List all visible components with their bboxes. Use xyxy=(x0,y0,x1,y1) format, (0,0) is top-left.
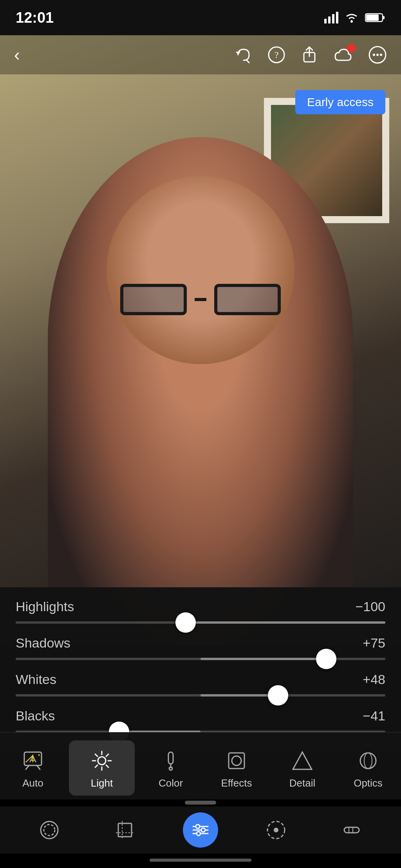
battery-icon xyxy=(365,12,385,23)
optics-label: Optics xyxy=(354,777,383,789)
glass-lens-right xyxy=(214,284,281,315)
shadows-fill xyxy=(200,658,326,660)
panel-drag-handle[interactable] xyxy=(185,801,216,805)
svg-rect-3 xyxy=(336,12,338,23)
svg-marker-8 xyxy=(236,52,240,55)
svg-rect-1 xyxy=(328,16,331,23)
top-toolbar: ‹ ? xyxy=(0,35,401,74)
detail-label: Detail xyxy=(289,777,315,789)
svg-rect-2 xyxy=(332,14,334,23)
photo-glasses xyxy=(118,282,283,317)
highlights-slider-row: Highlights −100 xyxy=(16,599,385,624)
effects-label: Effects xyxy=(221,777,252,789)
svg-point-36 xyxy=(360,753,376,769)
highlights-value: −100 xyxy=(355,599,385,614)
svg-marker-35 xyxy=(293,752,312,769)
blacks-slider-row: Blacks −41 xyxy=(16,708,385,733)
back-button[interactable]: ‹ xyxy=(14,45,20,65)
svg-point-16 xyxy=(376,54,379,56)
svg-rect-0 xyxy=(324,19,327,23)
svg-point-50 xyxy=(274,828,278,832)
optics-icon xyxy=(356,748,381,773)
svg-line-25 xyxy=(95,754,98,756)
svg-point-47 xyxy=(201,828,205,832)
tool-optics[interactable]: Optics xyxy=(335,740,401,796)
svg-line-9 xyxy=(247,60,249,63)
svg-line-27 xyxy=(106,754,108,756)
svg-text:?: ? xyxy=(275,50,279,60)
glass-bridge xyxy=(195,298,206,301)
auto-icon xyxy=(20,748,45,773)
nav-heal-button[interactable] xyxy=(334,812,369,848)
whites-label: Whites xyxy=(16,672,56,687)
svg-point-33 xyxy=(232,756,241,765)
svg-rect-7 xyxy=(366,14,379,21)
more-button[interactable] xyxy=(368,45,387,64)
svg-rect-40 xyxy=(118,823,132,837)
whites-fill xyxy=(200,694,278,697)
whites-value: +48 xyxy=(363,672,385,687)
highlights-fill xyxy=(186,621,385,624)
shadows-slider-row: Shadows +75 xyxy=(16,635,385,660)
photo-area xyxy=(0,35,401,646)
tool-light[interactable]: Light xyxy=(69,740,135,796)
help-button[interactable]: ? xyxy=(268,46,285,63)
blacks-label: Blacks xyxy=(16,708,55,724)
nav-presets-button[interactable] xyxy=(258,812,294,848)
photo-face xyxy=(107,176,294,364)
shadows-thumb[interactable] xyxy=(316,649,336,669)
whites-slider-row: Whites +48 xyxy=(16,672,385,697)
light-label: Light xyxy=(91,777,113,789)
sliders-panel: Highlights −100 Shadows +75 Whites +48 xyxy=(0,587,401,753)
svg-point-31 xyxy=(169,767,172,770)
cloud-button[interactable] xyxy=(334,47,352,63)
svg-point-15 xyxy=(373,54,375,56)
glass-lens-left xyxy=(120,284,187,315)
svg-point-37 xyxy=(364,753,372,769)
highlights-label: Highlights xyxy=(16,599,74,614)
tool-color[interactable]: Color xyxy=(138,740,204,796)
highlights-track[interactable] xyxy=(16,621,385,624)
share-button[interactable] xyxy=(301,46,318,63)
status-bar: 12:01 xyxy=(0,0,401,35)
svg-line-26 xyxy=(106,765,108,767)
shadows-track[interactable] xyxy=(16,658,385,660)
shadows-label: Shadows xyxy=(16,635,70,651)
tool-effects[interactable]: Effects xyxy=(204,740,269,796)
status-icons xyxy=(324,12,385,23)
tools-panel: Auto Light Color xyxy=(0,732,401,799)
cloud-error-badge xyxy=(347,44,356,52)
shadows-value: +75 xyxy=(363,635,385,651)
detail-icon xyxy=(290,748,315,773)
early-access-button[interactable]: Early access xyxy=(295,90,385,114)
svg-rect-34 xyxy=(229,753,244,769)
svg-point-48 xyxy=(197,832,200,836)
signal-icon xyxy=(324,12,338,23)
whites-track[interactable] xyxy=(16,694,385,697)
tool-detail[interactable]: Detail xyxy=(269,740,335,796)
nav-crop-button[interactable] xyxy=(107,812,143,848)
color-icon xyxy=(158,748,183,773)
highlights-thumb[interactable] xyxy=(175,612,196,633)
wifi-icon xyxy=(345,12,359,23)
svg-marker-19 xyxy=(38,754,40,756)
blacks-value: −41 xyxy=(363,708,385,724)
status-time: 12:01 xyxy=(16,9,54,26)
svg-point-17 xyxy=(380,54,382,56)
svg-rect-32 xyxy=(229,753,244,769)
svg-rect-6 xyxy=(383,16,385,19)
tool-auto[interactable]: Auto xyxy=(0,740,66,796)
photo-subject xyxy=(48,137,353,646)
light-icon xyxy=(89,748,114,773)
color-label: Color xyxy=(159,777,183,789)
undo-button[interactable] xyxy=(235,46,252,63)
whites-thumb[interactable] xyxy=(268,685,288,706)
svg-point-46 xyxy=(196,825,200,828)
nav-adjust-button[interactable] xyxy=(183,812,218,848)
photo-background xyxy=(0,35,401,646)
svg-point-39 xyxy=(44,825,55,836)
svg-point-20 xyxy=(98,757,106,765)
svg-rect-29 xyxy=(168,752,173,764)
nav-mask-button[interactable] xyxy=(32,812,67,848)
svg-line-28 xyxy=(95,765,98,767)
